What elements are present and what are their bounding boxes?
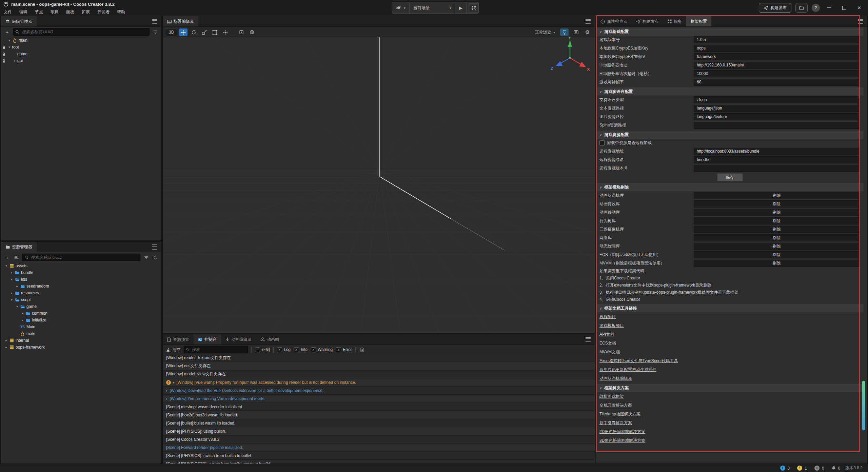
crypto-iv-input[interactable]: framework xyxy=(694,53,860,60)
platform-dropdown[interactable] xyxy=(392,2,410,13)
console-log-row[interactable]: [Window] ecs文件夹存在 xyxy=(163,362,595,370)
minimize-button[interactable] xyxy=(824,3,835,12)
menu-developer[interactable]: 开发者 xyxy=(94,9,113,15)
tab-framework-config[interactable]: 框架配置 xyxy=(686,16,711,26)
crypto-key-input[interactable]: oops xyxy=(694,45,860,52)
rect-tool-button[interactable] xyxy=(211,28,219,36)
console-log-row[interactable]: [Scene] meshopt wasm decoder initialized xyxy=(163,403,595,411)
http-timeout-input[interactable]: 10000 xyxy=(694,70,860,77)
mode-3d-button[interactable]: 3D xyxy=(166,28,177,36)
solution-link[interactable]: 新手引导解决方案 xyxy=(596,418,864,427)
solution-link[interactable]: Tiledmap地图解决方案 xyxy=(596,410,864,418)
panel-menu-icon[interactable] xyxy=(586,337,591,342)
lock-icon[interactable] xyxy=(1,59,7,63)
asset-node-main-ts[interactable]: TS Main xyxy=(1,323,161,330)
hierarchy-search-box[interactable] xyxy=(13,28,150,36)
refresh-icon[interactable] xyxy=(152,254,159,261)
console-search-box[interactable] xyxy=(184,346,248,353)
panel-menu-icon[interactable] xyxy=(152,244,157,250)
lock-icon[interactable] xyxy=(1,52,7,56)
panel-menu-icon[interactable] xyxy=(152,19,157,24)
collapse-arrow-icon[interactable] xyxy=(9,291,14,295)
doc-link[interactable]: 动画状态机编辑器 xyxy=(596,374,864,383)
tab-console[interactable]: 控制台 xyxy=(194,334,221,345)
console-log-row[interactable]: [Scene] [PHYSICS]: using builtin. xyxy=(163,427,595,435)
maximize-button[interactable] xyxy=(839,3,850,12)
collapse-arrow-icon[interactable] xyxy=(9,271,14,274)
menu-project[interactable]: 项目 xyxy=(47,9,62,15)
asset-node-oops-framework[interactable]: oops-framework xyxy=(1,344,161,351)
expand-arrow-icon[interactable] xyxy=(4,264,9,268)
asset-node-common[interactable]: common xyxy=(1,310,161,317)
menu-edit[interactable]: 编辑 xyxy=(16,9,31,15)
scale-tool-button[interactable] xyxy=(200,28,209,36)
asset-node-assets[interactable]: assets xyxy=(1,262,161,269)
tree-node-main[interactable]: main xyxy=(1,37,161,44)
inspector-scrollbar-thumb[interactable] xyxy=(862,381,865,430)
section-game-basic[interactable]: 游戏基础配置 xyxy=(596,27,864,36)
tab-hierarchy[interactable]: 层级管理器 xyxy=(1,16,37,26)
asset-node-resources[interactable]: resources xyxy=(1,290,161,296)
info-count-icon[interactable] xyxy=(780,466,785,471)
filter-error-checkbox[interactable]: Error xyxy=(336,347,352,352)
expand-arrow-icon[interactable] xyxy=(15,305,20,308)
hierarchy-search-input[interactable] xyxy=(21,29,147,35)
expand-arrow-icon[interactable] xyxy=(9,298,14,301)
section-solutions[interactable]: 框架解决方案 xyxy=(596,384,864,392)
menu-file[interactable]: 文件 xyxy=(0,9,16,15)
clear-console-button[interactable]: 清空 xyxy=(166,347,180,353)
remote-load-checkbox[interactable]: 游戏中资源是否远程加载 xyxy=(596,139,864,147)
collapse-arrow-icon[interactable] xyxy=(4,346,9,349)
console-log-row[interactable]: [Window] model_view文件夹存在 xyxy=(163,370,595,378)
tab-scene-editor[interactable]: 场景编辑器 xyxy=(163,16,198,26)
open-folder-button[interactable] xyxy=(795,3,808,13)
console-log-row[interactable]: [Scene] [bullet]:bullet wasm lib loaded. xyxy=(163,419,595,427)
panel-menu-icon[interactable] xyxy=(586,19,591,24)
console-log-row[interactable]: [Scene] [PHYSICS]: switch from builtin t… xyxy=(163,452,595,460)
remove-module-button[interactable]: 剔除 xyxy=(694,260,860,267)
remove-module-button[interactable]: 剔除 xyxy=(694,192,860,199)
scene-select[interactable]: 当前场景 xyxy=(410,2,455,13)
console-warn-row[interactable]: ! [Window] [Vue warn]: Property "onInput… xyxy=(163,378,595,387)
log-file-button[interactable] xyxy=(359,346,366,353)
doc-link[interactable]: 教程项目 xyxy=(596,312,864,321)
tab-animation-graph[interactable]: 动画图 xyxy=(256,334,283,345)
http-server-input[interactable]: http://192.168.0.150/main/ xyxy=(694,62,860,69)
expand-arrow-icon[interactable] xyxy=(7,45,12,49)
doc-link[interactable]: API文档 xyxy=(596,330,864,339)
collapse-arrow-icon[interactable] xyxy=(12,59,17,62)
asset-node-seedrandom[interactable]: seedrandom xyxy=(1,283,161,290)
error-count-icon[interactable] xyxy=(814,466,820,471)
solution-link[interactable]: 战棋游戏框架 xyxy=(596,392,864,401)
preview-qr-button[interactable] xyxy=(469,3,479,13)
collapse-arrow-icon[interactable] xyxy=(20,318,25,322)
console-search-input[interactable] xyxy=(191,347,245,352)
scene-settings-button[interactable] xyxy=(583,28,592,36)
expand-chevron-icon[interactable] xyxy=(173,381,175,384)
game-version-input[interactable]: 1.0.5 xyxy=(694,36,860,43)
doc-link[interactable]: MVVM文档 xyxy=(596,348,864,356)
filter-info-checkbox[interactable]: Info xyxy=(294,347,308,352)
text-res-path-input[interactable]: language/json xyxy=(694,105,860,112)
anchor-tool-button[interactable] xyxy=(221,28,230,36)
asset-node-script[interactable]: script xyxy=(1,296,161,303)
language-types-input[interactable]: zh,en xyxy=(694,96,860,103)
tab-service[interactable]: 服务 xyxy=(663,16,686,26)
help-button[interactable] xyxy=(812,4,820,12)
filter-icon[interactable] xyxy=(143,254,150,261)
move-tool-button[interactable] xyxy=(179,28,188,36)
close-button[interactable] xyxy=(854,3,865,12)
asset-node-internal[interactable]: internal xyxy=(1,337,161,344)
remove-module-button[interactable]: 剔除 xyxy=(694,217,860,224)
section-resource[interactable]: 游戏资源配置 xyxy=(596,131,864,139)
collapse-arrow-icon[interactable] xyxy=(15,284,20,288)
view-mode-select[interactable]: 正常浏览 xyxy=(533,29,557,35)
expand-arrow-icon[interactable] xyxy=(7,39,12,42)
create-asset-button[interactable] xyxy=(4,254,11,261)
tab-assets[interactable]: 资源管理器 xyxy=(1,242,37,252)
remove-module-button[interactable]: 剔除 xyxy=(694,226,860,233)
rotate-tool-button[interactable] xyxy=(190,28,198,36)
doc-link[interactable]: 游戏模板项目 xyxy=(596,321,864,330)
tab-asset-preview[interactable]: 资源预览 xyxy=(163,334,194,345)
solution-link[interactable]: 全栈开发解决方案 xyxy=(596,401,864,410)
